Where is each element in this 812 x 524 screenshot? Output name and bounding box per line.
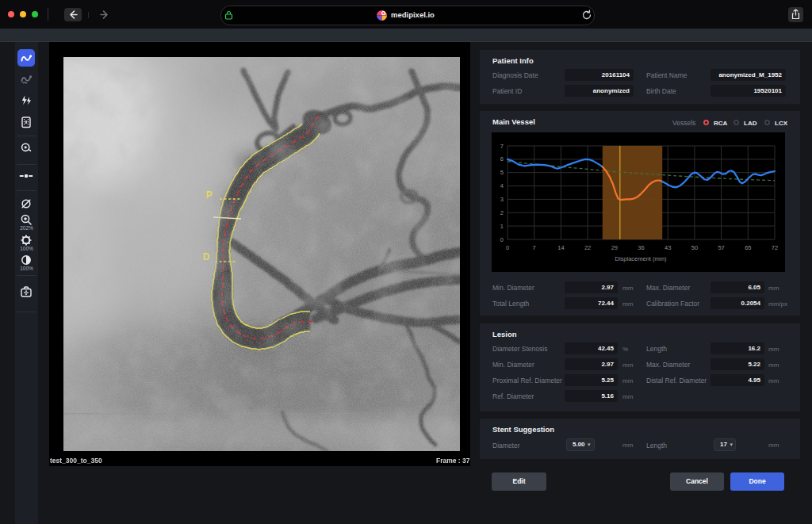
- svg-text:0: 0: [506, 244, 509, 251]
- svg-text:4: 4: [500, 182, 504, 189]
- svg-text:6: 6: [500, 155, 504, 163]
- svg-text:2: 2: [500, 209, 504, 216]
- svg-text:5: 5: [500, 169, 504, 176]
- svg-text:50: 50: [691, 244, 698, 251]
- svg-text:0: 0: [500, 236, 504, 243]
- svg-text:29: 29: [611, 244, 618, 251]
- svg-text:22: 22: [584, 244, 591, 251]
- svg-text:72: 72: [772, 244, 778, 251]
- svg-text:65: 65: [745, 244, 751, 251]
- svg-text:Displacement (mm): Displacement (mm): [615, 255, 667, 262]
- svg-text:3: 3: [500, 196, 504, 203]
- svg-text:36: 36: [638, 244, 644, 251]
- svg-text:1: 1: [500, 223, 504, 230]
- svg-text:57: 57: [718, 244, 724, 251]
- svg-text:43: 43: [665, 244, 671, 251]
- svg-text:7: 7: [533, 244, 536, 251]
- svg-text:7: 7: [500, 143, 504, 150]
- svg-text:14: 14: [557, 244, 564, 251]
